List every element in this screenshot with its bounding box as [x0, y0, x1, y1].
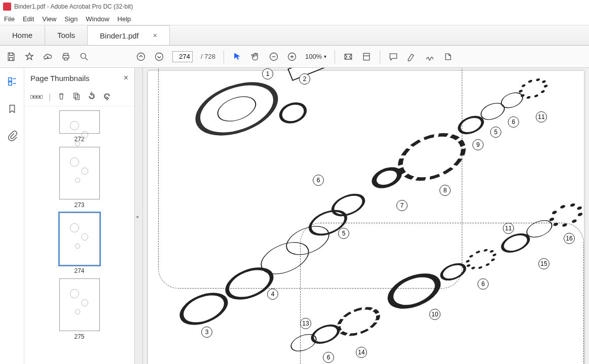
separator — [380, 50, 380, 63]
toolbar: / 728 100%▾ — [0, 46, 589, 68]
document-view[interactable]: 1 2 3 4 5 6 7 8 9 5 6 11 13 6 14 10 6 11… — [143, 68, 589, 364]
thumbnails-rail-icon[interactable] — [7, 76, 18, 89]
callout: 9 — [472, 139, 484, 150]
svg-rect-7 — [8, 82, 11, 85]
svg-rect-9 — [76, 95, 80, 100]
print-icon[interactable] — [61, 52, 71, 62]
sign-icon[interactable] — [425, 52, 435, 62]
svg-rect-8 — [74, 93, 78, 98]
thumb-page-num: 274 — [74, 267, 84, 274]
thumb-page-num: 275 — [74, 333, 84, 340]
document-page: 1 2 3 4 5 6 7 8 9 5 6 11 13 6 14 10 6 11… — [148, 71, 584, 364]
callout: 10 — [429, 309, 440, 320]
callout: 3 — [201, 327, 212, 338]
chevron-down-icon: ▾ — [324, 54, 326, 59]
svg-point-2 — [156, 53, 163, 60]
zoom-select[interactable]: 100%▾ — [305, 53, 326, 60]
rotate-ccw-icon[interactable] — [87, 92, 96, 103]
callout: 11 — [536, 111, 547, 123]
main-area: Page Thumbnails × | 272273274275 ◂ — [0, 68, 589, 364]
callout: 6 — [508, 116, 519, 128]
menu-help[interactable]: Help — [118, 15, 131, 23]
menu-view[interactable]: View — [42, 15, 56, 23]
callout: 13 — [300, 318, 311, 329]
tab-document[interactable]: Binder1.pdf × — [88, 25, 170, 45]
thumbnails-panel: Page Thumbnails × | 272273274275 — [24, 68, 135, 364]
cloud-icon[interactable] — [43, 52, 53, 62]
tab-document-label: Binder1.pdf — [100, 31, 139, 40]
rotate-cw-icon[interactable] — [102, 92, 112, 103]
zoom-out-icon[interactable] — [269, 52, 279, 62]
delete-icon[interactable] — [57, 92, 66, 103]
menu-bar: File Edit View Sign Window Help — [0, 13, 589, 25]
fit-width-icon[interactable] — [343, 52, 353, 62]
tab-home[interactable]: Home — [0, 25, 45, 45]
thumbnail-page[interactable]: 274 — [59, 213, 100, 274]
highlight-icon[interactable] — [407, 52, 417, 62]
attachment-rail-icon[interactable] — [7, 131, 18, 144]
callout: 7 — [396, 200, 408, 211]
selection-icon[interactable] — [232, 52, 242, 62]
svg-rect-5 — [363, 53, 370, 60]
thumbnails-close-icon[interactable]: × — [124, 73, 128, 83]
dash-boundary — [300, 223, 584, 364]
thumbnails-header: Page Thumbnails × — [24, 68, 134, 88]
panel-splitter[interactable]: ◂ — [135, 68, 143, 364]
window-title: Binder1.pdf - Adobe Acrobat Pro DC (32-b… — [14, 3, 133, 10]
callout: 6 — [477, 278, 489, 290]
app-icon — [3, 3, 11, 11]
page-down-icon[interactable] — [154, 52, 164, 62]
stamp-icon[interactable] — [443, 52, 453, 62]
page-total: / 728 — [201, 53, 215, 60]
star-icon[interactable] — [24, 52, 34, 62]
tab-tools[interactable]: Tools — [45, 25, 88, 45]
callout: 2 — [299, 73, 310, 85]
page-up-icon[interactable] — [136, 52, 146, 62]
svg-point-1 — [137, 53, 145, 60]
callout: 8 — [439, 185, 451, 196]
bookmark-rail-icon[interactable] — [7, 103, 18, 116]
callout: 16 — [564, 233, 575, 244]
thumbnails-title: Page Thumbnails — [30, 74, 89, 83]
callout: 5 — [338, 228, 349, 239]
callout: 11 — [503, 223, 514, 234]
fit-page-icon[interactable] — [361, 52, 372, 62]
callout: 4 — [267, 289, 278, 300]
callout: 15 — [538, 258, 549, 269]
menu-window[interactable]: Window — [86, 15, 109, 23]
page-number-input[interactable] — [172, 51, 193, 62]
title-bar: Binder1.pdf - Adobe Acrobat Pro DC (32-b… — [0, 0, 589, 13]
separator: | — [49, 93, 51, 102]
svg-point-0 — [81, 53, 86, 58]
hand-icon[interactable] — [250, 52, 261, 62]
thumbnail-page[interactable]: 272 — [59, 110, 100, 143]
tab-close-icon[interactable]: × — [153, 31, 157, 39]
save-icon[interactable] — [6, 52, 16, 62]
thumb-options-icon[interactable] — [30, 95, 43, 99]
thumbnail-page[interactable]: 275 — [59, 278, 100, 340]
zoom-in-icon[interactable] — [287, 52, 297, 62]
callout: 14 — [356, 347, 367, 358]
menu-edit[interactable]: Edit — [23, 15, 34, 23]
menu-sign[interactable]: Sign — [64, 15, 78, 23]
pages-icon[interactable] — [72, 92, 81, 103]
thumbnail-page[interactable]: 273 — [59, 147, 100, 209]
thumbnails-list[interactable]: 272273274275 — [24, 106, 134, 364]
separator — [335, 50, 335, 63]
callout: 1 — [262, 68, 273, 79]
thumbnails-tools: | — [24, 88, 134, 106]
menu-file[interactable]: File — [4, 15, 15, 23]
callout: 6 — [323, 352, 334, 363]
collapse-icon[interactable]: ◂ — [136, 213, 138, 219]
callout: 5 — [490, 127, 501, 138]
tab-bar: Home Tools Binder1.pdf × — [0, 25, 589, 46]
find-icon[interactable] — [79, 52, 89, 62]
separator — [224, 50, 224, 63]
thumb-page-num: 273 — [74, 201, 84, 209]
callout: 6 — [313, 175, 324, 186]
left-rail — [0, 68, 24, 364]
svg-rect-6 — [8, 78, 11, 81]
bearing-part — [175, 287, 232, 331]
comment-icon[interactable] — [388, 52, 398, 62]
